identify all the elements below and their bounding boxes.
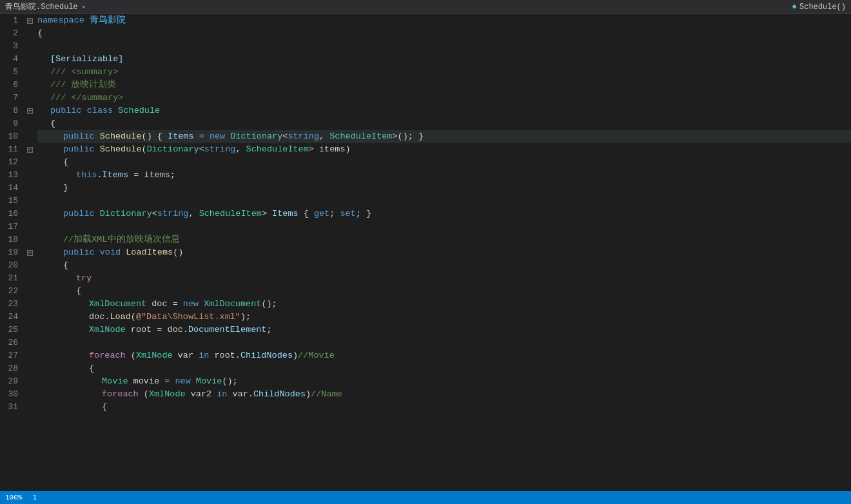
- token-type: ScheduleItem: [246, 144, 309, 154]
- token-plain: }: [63, 183, 68, 193]
- code-line: try: [37, 272, 851, 285]
- code-line: public void LoadItems(): [37, 246, 851, 259]
- code-line: doc.Load(@"Data\ShowList.xml");: [37, 311, 851, 324]
- token-type: ScheduleItem: [329, 131, 392, 141]
- token-plain: >: [309, 144, 319, 154]
- token-kw2: foreach: [102, 389, 139, 399]
- line-num: 6: [3, 79, 21, 92]
- token-type: Movie: [196, 376, 222, 386]
- fold-minus-icon[interactable]: −: [27, 147, 33, 153]
- token-kw: get: [314, 209, 329, 218]
- fold-cell[interactable]: −: [24, 246, 35, 259]
- token-type: ScheduleItem: [199, 209, 262, 218]
- token-type: Movie: [102, 376, 128, 386]
- code-line: public Schedule(Dictionary<string, Sched…: [37, 143, 851, 156]
- token-xmldoc: /// 放映计划类: [50, 80, 116, 90]
- token-plain: (: [126, 351, 136, 360]
- token-plain: [82, 106, 87, 115]
- fold-cell: [24, 169, 35, 182]
- token-plain: ,: [235, 144, 246, 154]
- tab-title[interactable]: 青鸟影院.Schedule: [5, 1, 78, 12]
- code-line: {: [37, 156, 851, 169]
- token-kw: public: [63, 131, 95, 141]
- token-plain: var: [173, 351, 199, 360]
- token-plain: movie =: [128, 376, 175, 386]
- line-num: 30: [3, 388, 21, 401]
- token-type: Dictionary: [147, 144, 199, 154]
- line-num: 15: [3, 195, 21, 208]
- fold-cell[interactable]: −: [24, 104, 35, 117]
- editor-wrapper: 1234567891011121314151617181920212223242…: [0, 14, 851, 504]
- line-num: 25: [3, 324, 21, 336]
- token-kw: string: [157, 209, 189, 218]
- token-plain: root.: [209, 351, 240, 360]
- line-num: 9: [3, 117, 21, 130]
- fold-minus-icon[interactable]: −: [27, 250, 33, 256]
- line-num: 22: [3, 285, 21, 298]
- token-comment: //加载XML中的放映场次信息: [63, 235, 180, 244]
- code-line: namespace 青鸟影院: [37, 14, 851, 27]
- token-kw: new: [183, 299, 199, 309]
- token-plain: (: [142, 144, 147, 154]
- token-type: XmlNode: [136, 351, 173, 360]
- token-xmldoc: /// <summary>: [50, 67, 118, 77]
- token-method: LoadItems: [126, 247, 173, 257]
- code-line: public Schedule() { Items = new Dictiona…: [37, 130, 851, 143]
- token-plain: {: [63, 260, 68, 270]
- line-num: 5: [3, 66, 21, 79]
- token-plain: .: [97, 170, 102, 180]
- code-line: {: [37, 259, 851, 272]
- fold-cell[interactable]: −: [24, 143, 35, 156]
- code-line: /// </summary>: [37, 92, 851, 104]
- fold-cell: [24, 401, 35, 414]
- code-line: {: [37, 285, 851, 298]
- token-plain: [95, 131, 100, 141]
- token-plain: (: [131, 312, 136, 322]
- code-line: public class Schedule: [37, 104, 851, 117]
- token-plain: {: [63, 157, 68, 167]
- token-plain: ): [306, 389, 311, 399]
- code-line: XmlNode root = doc.DocumentElement;: [37, 324, 851, 336]
- token-plain: [191, 376, 196, 386]
- token-kw: new: [175, 376, 190, 386]
- fold-cell: [24, 220, 35, 233]
- fold-cell: [24, 349, 35, 362]
- token-comment: //Name: [311, 389, 342, 399]
- fold-minus-icon[interactable]: −: [27, 108, 33, 114]
- code-line: /// <summary>: [37, 66, 851, 79]
- line-num: 29: [3, 375, 21, 388]
- fold-minus-icon[interactable]: −: [27, 18, 33, 24]
- token-kw: string: [288, 131, 319, 141]
- dropdown-arrow-icon[interactable]: ▾: [82, 3, 86, 11]
- token-plain: ();: [222, 376, 237, 386]
- line-num: 4: [3, 53, 21, 66]
- token-plain: {: [89, 363, 94, 373]
- fold-cell: [24, 311, 35, 324]
- fold-cell: [24, 92, 35, 104]
- line-num: 13: [3, 169, 21, 182]
- fold-cell: [24, 156, 35, 169]
- title-bar-right: ● Schedule(): [792, 2, 846, 12]
- code-line: {: [37, 27, 851, 40]
- code-line: [37, 40, 851, 53]
- token-namespace-kw: namespace: [37, 15, 84, 25]
- fold-cell: [24, 66, 35, 79]
- token-kw: this: [76, 170, 97, 180]
- token-plain: ;: [329, 209, 340, 218]
- token-string: @"Data\ShowList.xml": [136, 312, 240, 322]
- token-plain: >(); }: [392, 131, 424, 141]
- title-bar: 青鸟影院.Schedule ▾ ● Schedule(): [0, 0, 851, 14]
- token-plain: root = doc.: [126, 325, 188, 334]
- fold-cell[interactable]: −: [24, 14, 35, 27]
- token-plain: doc =: [146, 299, 183, 309]
- code-line: [37, 220, 851, 233]
- token-plain: var2: [186, 389, 217, 399]
- line-num: 11: [3, 143, 21, 156]
- token-plain: [95, 209, 100, 218]
- code-line: Movie movie = new Movie();: [37, 375, 851, 388]
- fold-cell: [24, 388, 35, 401]
- token-type: XmlDocument: [204, 299, 261, 309]
- token-plain: ,: [188, 209, 199, 218]
- code-line: this.Items = items;: [37, 169, 851, 182]
- code-line: XmlDocument doc = new XmlDocument();: [37, 298, 851, 311]
